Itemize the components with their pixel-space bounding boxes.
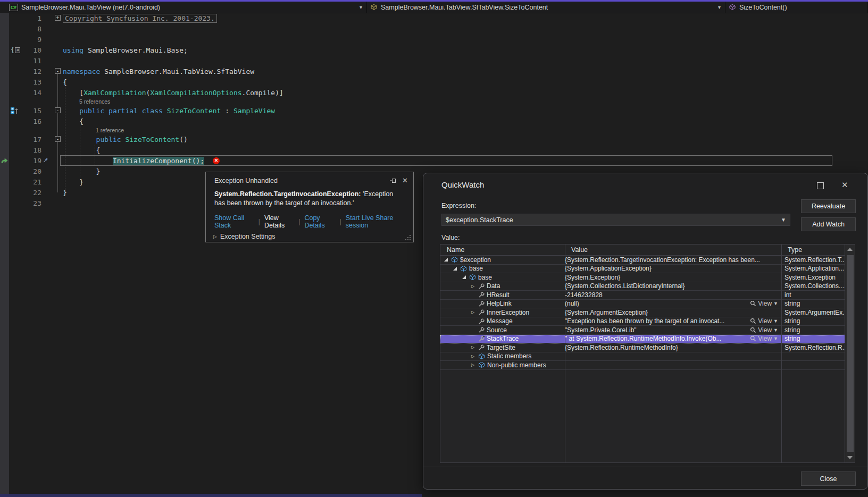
close-button[interactable]: Close	[801, 471, 856, 486]
code-line-13[interactable]: 13{	[0, 77, 868, 87]
codelens-references[interactable]: 1 reference	[96, 127, 124, 133]
maximize-icon[interactable]	[817, 182, 824, 189]
code-line-1[interactable]: 1+Copyright Syncfusion Inc. 2001-2023.	[0, 13, 868, 23]
resize-grip[interactable]	[405, 233, 412, 240]
column-divider[interactable]	[565, 245, 565, 462]
view-visualizer-button[interactable]: View▼	[750, 326, 780, 334]
csharp-project-icon: C#	[9, 4, 18, 11]
watch-type: System.Reflection.R...	[781, 343, 846, 352]
collapsed-icon[interactable]: ▷	[471, 345, 474, 350]
fold-collapse-icon[interactable]: -	[55, 107, 61, 113]
class-icon	[469, 274, 477, 281]
code-line-8[interactable]: 8	[0, 23, 868, 34]
code-token: SizeToContent	[167, 107, 221, 115]
codelens-references[interactable]: 5 references	[79, 98, 110, 105]
watch-row-base[interactable]: base{System.ApplicationException}System.…	[440, 265, 855, 274]
class-icon	[478, 353, 486, 360]
watch-value: {System.ApplicationException}	[565, 265, 780, 272]
watch-row-innerexception[interactable]: ▷InnerException{System.ArgumentException…	[440, 308, 855, 317]
column-divider[interactable]	[781, 245, 782, 462]
collapsed-region-text[interactable]: Copyright Syncfusion Inc. 2001-2023.	[63, 14, 217, 23]
expression-combobox[interactable]: $exception.StackTrace ▼	[441, 214, 790, 226]
column-header-type[interactable]: Type	[781, 246, 846, 254]
code-line-11[interactable]: 11	[0, 55, 868, 66]
field-icon	[478, 326, 485, 333]
vertical-scrollbar[interactable]	[845, 245, 855, 462]
watch-row-targetsite[interactable]: ▷TargetSite{System.Reflection.RuntimeMet…	[440, 343, 855, 352]
expanded-icon[interactable]	[462, 275, 466, 279]
exception-link-start-live-share-session[interactable]: Start Live Share session	[346, 214, 405, 229]
line-number: 16	[25, 117, 41, 125]
exception-settings-toggle[interactable]: ▷ Exception Settings	[206, 229, 413, 240]
link-divider: |	[340, 218, 341, 225]
code-token: XamlCompilation	[84, 89, 146, 97]
expanded-icon[interactable]	[453, 267, 457, 271]
fold-collapse-icon[interactable]: -	[55, 68, 61, 74]
code-token: :	[221, 107, 233, 115]
code-line-17[interactable]: 17- public SizeToContent()	[0, 134, 868, 145]
watch-name: TargetSite	[487, 344, 515, 351]
fold-collapse-icon[interactable]: -	[55, 136, 61, 142]
close-icon[interactable]: ✕	[841, 180, 848, 190]
code-line-12[interactable]: 12-namespace SampleBrowser.Maui.TabView.…	[0, 66, 868, 77]
code-line-14[interactable]: 14 [XamlCompilation(XamlCompilationOptio…	[0, 87, 868, 98]
code-token: SampleBrowser.Maui.Base;	[84, 46, 188, 54]
watch-type: string	[781, 326, 846, 334]
collapsed-icon[interactable]: ▷	[471, 363, 474, 367]
watch-row-base[interactable]: base{System.Exception}System.Exception	[440, 273, 855, 282]
collapsed-icon[interactable]: ▷	[471, 354, 474, 359]
code-token: {	[63, 146, 100, 154]
close-icon[interactable]: ✕	[402, 176, 408, 184]
watch-row-hresult[interactable]: HResult-2146232828int	[440, 291, 855, 300]
current-statement-highlight[interactable]: InitializeComponent();	[113, 157, 204, 165]
collapsed-icon[interactable]: ▷	[471, 310, 474, 315]
watch-table-body: $exception{System.Reflection.TargetInvoc…	[440, 256, 855, 370]
watch-row--exception[interactable]: $exception{System.Reflection.TargetInvoc…	[440, 256, 855, 265]
watch-row-static-members[interactable]: ▷Static members	[440, 352, 855, 361]
column-header-value[interactable]: Value	[565, 246, 781, 254]
member-dropdown[interactable]: SizeToContent()	[725, 2, 868, 13]
expanded-icon[interactable]	[444, 258, 448, 262]
project-dropdown[interactable]: C# SampleBrowser.Maui.TabView (net7.0-an…	[0, 2, 367, 13]
view-visualizer-button[interactable]: View▼	[750, 335, 780, 342]
watch-name: HelpLink	[487, 300, 512, 307]
exception-link-show-call-stack[interactable]: Show Call Stack	[214, 214, 254, 229]
scroll-up-icon[interactable]	[847, 248, 853, 251]
code-line-10[interactable]: {a10using SampleBrowser.Maui.Base;	[0, 45, 868, 55]
code-line-9[interactable]: 9	[0, 34, 868, 45]
code-line-19[interactable]: 19 InitializeComponent();✕	[0, 155, 868, 166]
fold-expand-icon[interactable]: +	[55, 15, 61, 21]
view-visualizer-button[interactable]: View▼	[750, 300, 780, 307]
code-line-16[interactable]: 16 {	[0, 116, 868, 127]
watch-row-non-public-members[interactable]: ▷Non-public members	[440, 361, 855, 370]
code-token: (	[146, 89, 151, 97]
watch-type: string	[781, 317, 846, 326]
add-watch-button[interactable]: Add Watch	[801, 217, 856, 231]
exception-popup-title: Exception Unhandled	[214, 177, 278, 184]
code-line-15[interactable]: 15- public partial class SizeToContent :…	[0, 105, 868, 116]
reevaluate-button[interactable]: Reevaluate	[801, 199, 856, 213]
view-visualizer-button[interactable]: View▼	[750, 317, 780, 325]
scrollbar-thumb[interactable]	[847, 255, 854, 452]
member-dropdown-label: SizeToContent()	[739, 4, 787, 11]
watch-row-helplink[interactable]: HelpLink(null)View▼string	[440, 300, 855, 309]
type-dropdown[interactable]: SampleBrowser.Maui.TabView.SfTabView.Siz…	[367, 2, 725, 13]
collapsed-icon[interactable]: ▷	[471, 284, 474, 289]
watch-row-source[interactable]: Source"System.Private.CoreLib"View▼strin…	[440, 326, 855, 335]
scroll-down-icon[interactable]	[847, 456, 853, 459]
exception-actions: Show Call Stack|View Details|Copy Detail…	[206, 208, 413, 229]
using-directives-glyph-icon[interactable]: {a	[11, 46, 20, 54]
line-number: 13	[25, 78, 41, 86]
watch-row-message[interactable]: Message"Exception has been thrown by the…	[440, 317, 855, 326]
code-token: XamlCompilationOptions	[150, 89, 241, 97]
watch-row-data[interactable]: ▷Data{System.Collections.ListDictionaryI…	[440, 282, 855, 291]
code-token: SampleBrowser.Maui.TabView.SfTabView	[100, 68, 254, 75]
error-icon[interactable]: ✕	[213, 157, 220, 164]
watch-row-stacktrace[interactable]: StackTrace" at System.Reflection.Runtime…	[440, 335, 855, 344]
exception-unhandled-popup: Exception Unhandled ✕ System.Reflection.…	[205, 172, 414, 242]
code-line-18[interactable]: 18 {	[0, 145, 868, 155]
exception-link-copy-details[interactable]: Copy Details	[304, 214, 335, 229]
exception-link-view-details[interactable]: View Details	[264, 214, 294, 229]
pin-icon[interactable]	[389, 178, 397, 184]
column-header-name[interactable]: Name	[440, 246, 565, 254]
